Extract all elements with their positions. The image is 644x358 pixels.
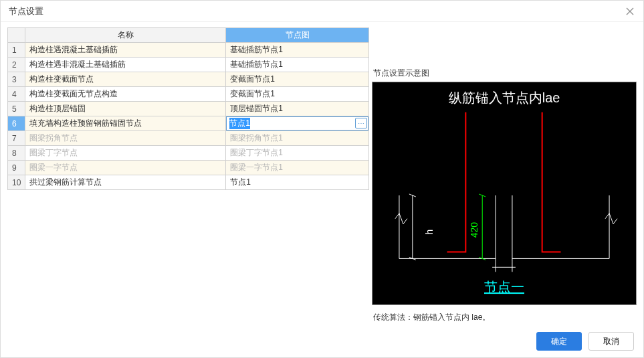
- row-number[interactable]: 5: [8, 102, 25, 116]
- diagram-bottom-label: 节点一: [484, 280, 524, 294]
- algorithm-text: 传统算法：钢筋锚入节点内 lae。: [372, 305, 637, 323]
- row-number[interactable]: 4: [8, 87, 25, 102]
- diagram-value: 420: [469, 222, 479, 238]
- dialog-footer: 确定 取消: [1, 325, 643, 357]
- preview-title: 节点设置示意图: [372, 66, 637, 82]
- close-icon: [626, 7, 634, 15]
- node-settings-dialog: 节点设置 名称 节点图 1构造柱遇混凝土基础插筋基础插筋节点12构造柱遇非混凝土…: [0, 0, 644, 358]
- cell-name[interactable]: 构造柱遇混凝土基础插筋: [25, 43, 226, 58]
- diagram-top-label: 纵筋锚入节点内lae: [449, 90, 560, 105]
- cell-name[interactable]: 拱过梁钢筋计算节点: [25, 175, 226, 190]
- cell-diagram[interactable]: 顶层锚固节点1: [226, 102, 369, 116]
- table-row[interactable]: 5构造柱顶层锚固顶层锚固节点1: [8, 102, 369, 116]
- row-number[interactable]: 3: [8, 72, 25, 87]
- cell-diagram[interactable]: 节点1: [226, 175, 369, 190]
- cell-name[interactable]: 圈梁拐角节点: [25, 131, 226, 146]
- dialog-body: 名称 节点图 1构造柱遇混凝土基础插筋基础插筋节点12构造柱遇非混凝土基础插筋基…: [1, 22, 643, 325]
- table-row[interactable]: 2构造柱遇非混凝土基础插筋基础插筋节点1: [8, 58, 369, 72]
- diagram-h-label: h: [424, 230, 435, 235]
- header-rownum: [8, 28, 25, 43]
- diagram-edit-input[interactable]: [226, 116, 368, 130]
- cancel-button[interactable]: 取消: [588, 332, 634, 351]
- nodes-table: 名称 节点图 1构造柱遇混凝土基础插筋基础插筋节点12构造柱遇非混凝土基础插筋基…: [7, 27, 369, 190]
- table-panel: 名称 节点图 1构造柱遇混凝土基础插筋基础插筋节点12构造柱遇非混凝土基础插筋基…: [7, 27, 369, 325]
- cell-name[interactable]: 圈梁丁字节点: [25, 146, 226, 161]
- cell-diagram[interactable]: 变截面节点1: [226, 72, 369, 87]
- diagram-browse-button[interactable]: ⋯: [355, 118, 367, 128]
- cell-name[interactable]: 圈梁一字节点: [25, 161, 226, 175]
- cell-diagram[interactable]: ⋯: [226, 116, 369, 131]
- table-row[interactable]: 1构造柱遇混凝土基础插筋基础插筋节点1: [8, 43, 369, 58]
- row-number[interactable]: 6: [8, 116, 25, 131]
- row-number[interactable]: 9: [8, 161, 25, 175]
- row-number[interactable]: 1: [8, 43, 25, 58]
- cell-name[interactable]: 填充墙构造柱预留钢筋锚固节点: [25, 116, 226, 131]
- table-row[interactable]: 8圈梁丁字节点圈梁丁字节点1: [8, 146, 369, 161]
- preview-panel: 节点设置示意图 纵筋锚入节点内lae: [372, 66, 637, 325]
- titlebar: 节点设置: [1, 1, 643, 22]
- table-row[interactable]: 7圈梁拐角节点圈梁拐角节点1: [8, 131, 369, 146]
- row-number[interactable]: 2: [8, 58, 25, 72]
- algorithm-value: 钢筋锚入节点内 lae。: [413, 312, 490, 322]
- algorithm-label: 传统算法：: [373, 312, 413, 322]
- cell-name[interactable]: 构造柱遇非混凝土基础插筋: [25, 58, 226, 72]
- cell-diagram[interactable]: 变截面节点1: [226, 87, 369, 102]
- table-row[interactable]: 6填充墙构造柱预留钢筋锚固节点⋯: [8, 116, 369, 131]
- ok-button[interactable]: 确定: [536, 332, 582, 351]
- cell-name[interactable]: 构造柱变截面节点: [25, 72, 226, 87]
- cell-diagram[interactable]: 圈梁一字节点1: [226, 161, 369, 175]
- cell-name[interactable]: 构造柱变截面无节点构造: [25, 87, 226, 102]
- cell-diagram[interactable]: 圈梁丁字节点1: [226, 146, 369, 161]
- diagram-svg: 纵筋锚入节点内lae h: [372, 82, 636, 304]
- cell-name[interactable]: 构造柱顶层锚固: [25, 102, 226, 116]
- close-button[interactable]: [622, 3, 638, 19]
- header-name[interactable]: 名称: [25, 28, 226, 43]
- header-diagram[interactable]: 节点图: [226, 28, 369, 43]
- table-row[interactable]: 10拱过梁钢筋计算节点节点1: [8, 175, 369, 190]
- cell-diagram[interactable]: 基础插筋节点1: [226, 58, 369, 72]
- table-row[interactable]: 9圈梁一字节点圈梁一字节点1: [8, 161, 369, 175]
- cell-diagram[interactable]: 圈梁拐角节点1: [226, 131, 369, 146]
- row-number[interactable]: 7: [8, 131, 25, 146]
- diagram-preview: 纵筋锚入节点内lae h: [372, 82, 637, 305]
- row-number[interactable]: 10: [8, 175, 25, 190]
- dialog-title: 节点设置: [9, 5, 622, 17]
- table-row[interactable]: 4构造柱变截面无节点构造变截面节点1: [8, 87, 369, 102]
- row-number[interactable]: 8: [8, 146, 25, 161]
- table-row[interactable]: 3构造柱变截面节点变截面节点1: [8, 72, 369, 87]
- cell-diagram[interactable]: 基础插筋节点1: [226, 43, 369, 58]
